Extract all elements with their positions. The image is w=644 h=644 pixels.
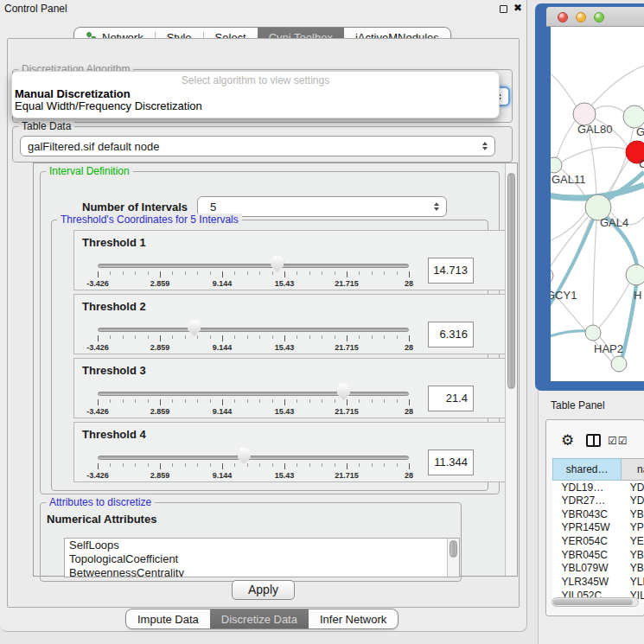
algorithm-popup-item[interactable]: Manual Discretization <box>12 88 499 100</box>
split-view-icon[interactable] <box>586 434 601 447</box>
network-node[interactable] <box>551 157 562 173</box>
attribute-list-item[interactable]: SelfLoops <box>65 539 459 552</box>
threshold-value-field[interactable]: 21.4 <box>428 386 474 411</box>
attributes-group: Attributes to discretize Numerical Attri… <box>40 502 462 582</box>
network-window-titlebar[interactable] <box>546 7 644 27</box>
interval-definition-group-title: Interval Definition <box>46 165 133 177</box>
algorithm-popup-hint: Select algorithm to view settings <box>12 74 499 88</box>
attributes-list-scrollbar[interactable] <box>447 539 459 577</box>
interval-definition-group: Interval Definition Number of Intervals … <box>40 171 500 494</box>
number-of-intervals-value: 5 <box>198 201 434 214</box>
threshold-slider[interactable]: -3.4262.8599.14415.4321.71528 <box>98 295 409 355</box>
spinner-arrows-icon <box>434 202 439 211</box>
table-row[interactable]: YBR045CYBR0 <box>553 548 644 562</box>
slider-thumb[interactable] <box>271 256 284 272</box>
numerical-attributes-list[interactable]: SelfLoopsTopologicalCoefficientBetweenne… <box>64 538 460 577</box>
apply-button[interactable]: Apply <box>232 580 295 600</box>
network-node-label: GCY1 <box>551 289 577 302</box>
table-data-group: Table Data galFiltered.sif default node <box>12 126 513 163</box>
table-row[interactable]: YBL079WYBL0 <box>553 562 644 576</box>
slider-ticks <box>98 271 409 278</box>
table-data-combobox[interactable]: galFiltered.sif default node <box>20 136 495 156</box>
threshold-value-field[interactable]: 6.316 <box>428 322 474 348</box>
settings-scroll-pane: Interval Definition Number of Intervals … <box>33 163 518 577</box>
numerical-attributes-label: Numerical Attributes <box>47 513 156 526</box>
tab-discretize-data[interactable]: Discretize Data <box>210 609 309 628</box>
threshold-box: Threshold 1-3.4262.8599.14415.4321.71528… <box>73 230 513 290</box>
slider-track[interactable] <box>98 328 409 332</box>
network-node-label: GAL4 <box>600 216 628 229</box>
table-column-header[interactable]: na <box>622 459 644 481</box>
thresholds-group-title: Threshold's Coordinates for 5 Intervals <box>57 214 242 226</box>
network-node[interactable] <box>551 268 553 284</box>
table-panel-title: Table Panel <box>551 399 605 411</box>
table-data-group-title: Table Data <box>18 120 74 132</box>
threshold-box: Threshold 3-3.4262.8599.14415.4321.71528… <box>73 358 513 418</box>
threshold-box: Threshold 4-3.4262.8599.14415.4321.71528… <box>73 422 513 482</box>
network-node[interactable] <box>585 325 601 341</box>
table-data-combobox-value: galFiltered.sif default node <box>21 140 482 153</box>
number-of-intervals-label: Number of Intervals <box>82 201 188 214</box>
threshold-slider[interactable]: -3.4262.8599.14415.4321.71528 <box>98 359 409 419</box>
slider-ticks <box>98 463 409 470</box>
threshold-box: Threshold 2-3.4262.8599.14415.4321.71528… <box>73 294 513 354</box>
settings-scrollbar[interactable] <box>505 163 517 576</box>
slider-scale-labels: -3.4262.8599.14415.4321.71528 <box>98 279 409 290</box>
thresholds-group: Threshold's Coordinates for 5 Intervals … <box>51 220 488 491</box>
tab-impute-data[interactable]: Impute Data <box>126 609 210 628</box>
slider-ticks <box>98 335 409 342</box>
table-horizontal-scrollbar[interactable] <box>552 597 639 607</box>
slider-scale-labels: -3.4262.8599.14415.4321.71528 <box>98 343 409 354</box>
mac-close-button[interactable] <box>558 12 568 22</box>
gear-icon[interactable]: ⚙ <box>561 431 574 449</box>
table-row[interactable]: YDL19…YDL1 <box>553 481 644 494</box>
attributes-group-title: Attributes to discretize <box>46 496 155 508</box>
slider-thumb[interactable] <box>188 320 201 336</box>
slider-ticks <box>98 399 409 406</box>
algorithm-popup-item[interactable]: Equal Width/Frequency Discretization <box>12 100 499 112</box>
tab-infer-network[interactable]: Infer Network <box>309 609 398 628</box>
bottom-tab-bar: Impute DataDiscretize DataInfer Network <box>125 609 399 629</box>
node-table-card: ⚙ ☑☑ shared…na YDL19…YDL1YDR27…YDR2YBR04… <box>545 419 644 616</box>
mac-zoom-button[interactable] <box>594 12 604 22</box>
float-window-icon[interactable] <box>500 5 507 13</box>
window-title: Control Panel <box>4 3 67 15</box>
table-column-header[interactable]: shared… <box>553 459 622 481</box>
control-panel-titlebar: Control Panel ✖ <box>0 0 527 16</box>
algorithm-dropdown-popup: Select algorithm to view settings Manual… <box>11 71 500 118</box>
attribute-list-item[interactable]: TopologicalCoefficient <box>65 552 459 566</box>
node-table[interactable]: shared…na YDL19…YDL1YDR27…YDR2YBR043CYBR… <box>552 458 644 603</box>
threshold-slider[interactable]: -3.4262.8599.14415.4321.71528 <box>98 423 409 483</box>
network-node-label: GA <box>636 125 644 138</box>
network-canvas[interactable]: GAL80GACGAL11GAL4GCY1HHAP2 <box>551 27 644 381</box>
network-node-label: HAP2 <box>594 342 623 355</box>
threshold-value-field[interactable]: 14.713 <box>428 258 474 284</box>
network-node[interactable] <box>626 265 644 285</box>
table-row[interactable]: YDR27…YDR2 <box>553 494 644 507</box>
network-node-label: GAL11 <box>552 173 586 186</box>
combo-arrows-icon <box>482 142 488 150</box>
network-node-label: GAL80 <box>577 123 612 136</box>
slider-scale-labels: -3.4262.8599.14415.4321.71528 <box>98 407 409 418</box>
network-node[interactable] <box>611 356 627 372</box>
table-row[interactable]: YBR043CYBR0 <box>553 507 644 521</box>
table-row[interactable]: YPR145WYPR1 <box>553 521 644 535</box>
network-node-label: H <box>634 289 641 302</box>
checkbox-icons[interactable]: ☑☑ <box>608 435 628 447</box>
table-panel-dock: Table Panel ⚙ ☑☑ shared…na YDL19…YDL1YDR… <box>538 391 644 644</box>
slider-scale-labels: -3.4262.8599.14415.4321.71528 <box>98 471 409 481</box>
network-view-window: GAL80GACGAL11GAL4GCY1HHAP2 <box>535 3 644 391</box>
slider-thumb[interactable] <box>238 448 251 464</box>
threshold-slider[interactable]: -3.4262.8599.14415.4321.71528 <box>98 231 409 291</box>
network-node-label: C <box>639 157 644 170</box>
threshold-value-field[interactable]: 11.344 <box>428 450 474 475</box>
table-row[interactable]: YLR345WYLR3 <box>553 575 644 589</box>
slider-track[interactable] <box>98 456 409 460</box>
table-row[interactable]: YER054CYER0 <box>553 534 644 548</box>
slider-track[interactable] <box>98 264 409 268</box>
slider-track[interactable] <box>98 392 409 396</box>
mac-minimize-button[interactable] <box>576 12 586 22</box>
slider-thumb[interactable] <box>337 384 350 400</box>
attribute-list-item[interactable]: BetweennessCentrality <box>65 566 459 577</box>
close-icon[interactable]: ✖ <box>513 2 522 14</box>
